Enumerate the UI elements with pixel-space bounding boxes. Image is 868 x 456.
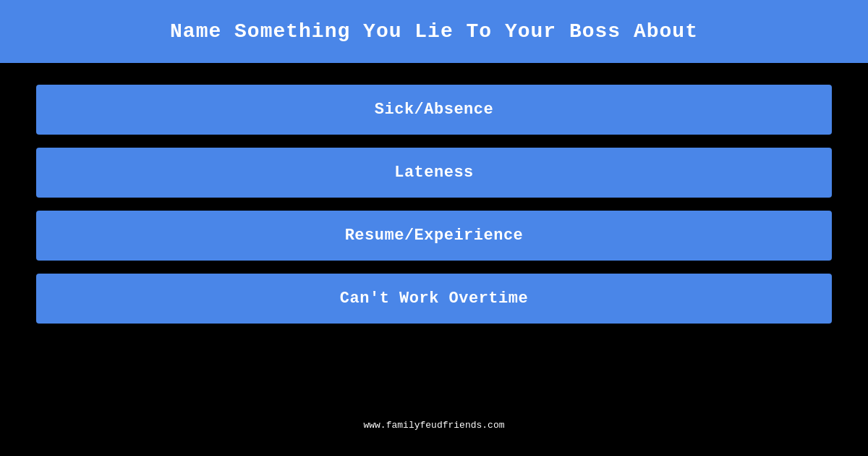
answer-button-1[interactable]: Sick/Absence bbox=[36, 85, 832, 135]
footer-section: www.familyfeudfriends.com bbox=[363, 413, 504, 442]
question-title: Name Something You Lie To Your Boss Abou… bbox=[170, 20, 698, 43]
answer-button-3[interactable]: Resume/Expeirience bbox=[36, 211, 832, 261]
answers-section: Sick/Absence Lateness Resume/Expeirience… bbox=[0, 63, 868, 456]
answer-text-4: Can't Work Overtime bbox=[340, 290, 528, 308]
answer-button-4[interactable]: Can't Work Overtime bbox=[36, 274, 832, 324]
answer-text-2: Lateness bbox=[394, 164, 474, 182]
answer-button-2[interactable]: Lateness bbox=[36, 148, 832, 198]
footer-url: www.familyfeudfriends.com bbox=[363, 420, 504, 431]
answer-text-1: Sick/Absence bbox=[375, 101, 493, 119]
answer-text-3: Resume/Expeirience bbox=[345, 227, 524, 245]
header-section: Name Something You Lie To Your Boss Abou… bbox=[0, 0, 868, 63]
